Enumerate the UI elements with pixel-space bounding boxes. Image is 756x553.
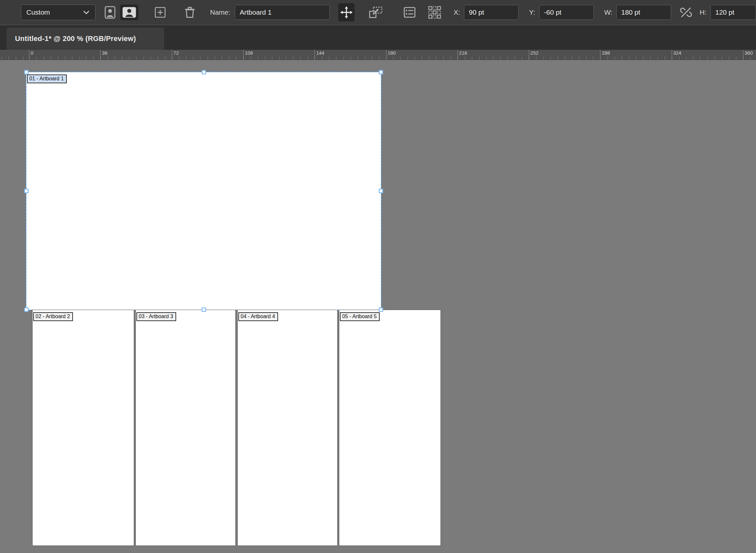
y-input[interactable]: [539, 5, 594, 20]
resize-handle-middle-left[interactable]: [24, 189, 29, 193]
ruler-tick-label: 288: [600, 50, 610, 60]
rearrange-grid-icon: [428, 6, 441, 19]
canvas[interactable]: 01 - Artboard 1 02 - Artboard 2 03 - Art…: [0, 60, 756, 553]
resize-handle-top-right[interactable]: [379, 70, 383, 75]
document-tab-title: Untitled-1* @ 200 % (RGB/Preview): [15, 34, 136, 43]
artboard-options-icon: [403, 7, 416, 18]
resize-handle-bottom-left[interactable]: [24, 308, 29, 312]
broken-link-icon: [680, 6, 692, 18]
ruler-tick-label: 0: [29, 50, 33, 60]
artboard-scale-button[interactable]: [367, 5, 385, 20]
x-input[interactable]: [464, 5, 519, 20]
artboard-3-label[interactable]: 03 - Artboard 3: [136, 312, 176, 321]
ruler-tick-label: 72: [172, 50, 179, 60]
artboard-4-label[interactable]: 04 - Artboard 4: [238, 312, 278, 321]
artboard-options-button[interactable]: [401, 5, 418, 20]
ruler-tick-label: 144: [315, 50, 324, 60]
horizontal-ruler: 03672108144180216252288324360: [0, 50, 756, 60]
resize-handle-bottom-right[interactable]: [379, 308, 383, 312]
new-artboard-icon: [155, 7, 166, 18]
h-input[interactable]: [710, 5, 756, 20]
resize-handle-bottom-center[interactable]: [202, 308, 206, 312]
w-label: W:: [604, 8, 612, 16]
ruler-tick-label: 36: [100, 50, 108, 60]
ruler-tick-label: 360: [743, 50, 753, 60]
resize-handle-top-left[interactable]: [24, 70, 29, 75]
ruler-tick-label: 216: [458, 50, 467, 60]
ruler-tick-label: 108: [243, 50, 253, 60]
selection-marquee: [26, 72, 382, 310]
preset-dropdown-value: Custom: [26, 8, 50, 16]
artboard-name-input[interactable]: [235, 5, 330, 20]
move-artwork-icon: [340, 6, 353, 18]
ruler-tick-label: 324: [672, 50, 681, 60]
artboard-2-label[interactable]: 02 - Artboard 2: [33, 312, 73, 321]
resize-handle-middle-right[interactable]: [379, 189, 383, 193]
portrait-preset-icon: [105, 6, 116, 19]
move-artwork-toggle[interactable]: [338, 3, 355, 21]
artboard-control-bar: Custom: [0, 0, 756, 25]
artboard-1[interactable]: 01 - Artboard 1: [26, 72, 381, 310]
ruler-tick-label: 252: [529, 50, 539, 60]
artboard-5-label[interactable]: 05 - Artboard 5: [340, 312, 380, 321]
h-label: H:: [700, 8, 706, 16]
w-input[interactable]: [616, 5, 671, 20]
document-tab-strip: Untitled-1* @ 200 % (RGB/Preview): [0, 25, 756, 50]
resize-handle-top-center[interactable]: [202, 70, 206, 75]
constrain-proportions-button[interactable]: [678, 5, 694, 20]
y-label: Y:: [529, 8, 535, 16]
portrait-preset-button[interactable]: [102, 4, 118, 21]
document-tab[interactable]: Untitled-1* @ 200 % (RGB/Preview): [6, 28, 164, 50]
artboard-scale-icon: [369, 6, 383, 18]
ruler-tick-label: 180: [386, 50, 396, 60]
name-label: Name:: [210, 8, 230, 16]
rearrange-artboards-button[interactable]: [426, 4, 443, 21]
new-artboard-button[interactable]: [153, 5, 168, 20]
chevron-down-icon: [83, 8, 90, 16]
landscape-preset-button[interactable]: [120, 5, 138, 20]
delete-artboard-button[interactable]: [183, 4, 197, 20]
ruler-minor-ticks: [0, 57, 756, 60]
trash-icon: [185, 6, 195, 18]
artboard-1-label[interactable]: 01 - Artboard 1: [27, 75, 67, 83]
preset-dropdown[interactable]: Custom: [21, 5, 95, 20]
artboard-5[interactable]: 05 - Artboard 5: [339, 310, 441, 546]
landscape-preset-icon: [122, 6, 136, 18]
artboard-3[interactable]: 03 - Artboard 3: [135, 310, 236, 546]
x-label: X:: [454, 8, 460, 16]
artboard-4[interactable]: 04 - Artboard 4: [237, 310, 338, 546]
artboard-2[interactable]: 02 - Artboard 2: [32, 310, 134, 546]
